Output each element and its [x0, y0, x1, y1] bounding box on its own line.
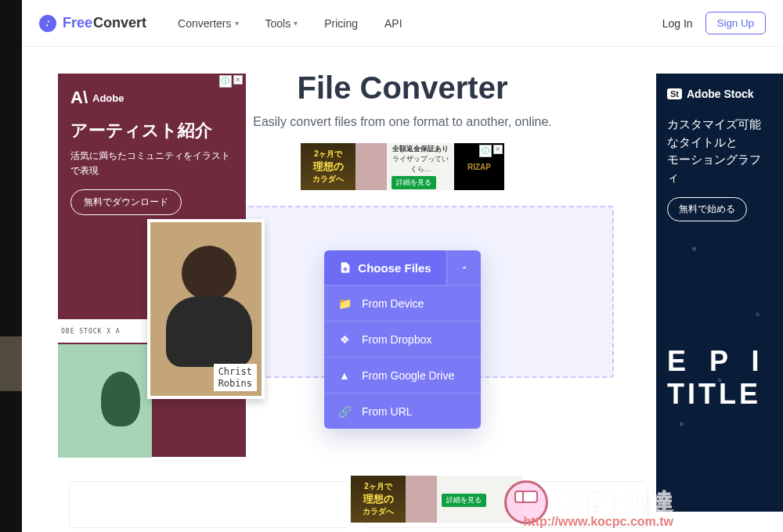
ad-left-strip: OBE STOCK X A — [58, 319, 152, 343]
nav-tools[interactable]: Tools▾ — [265, 17, 298, 30]
ad-info-icon[interactable]: ⓘ — [219, 75, 232, 88]
ad-left-sub: 活気に満ちたコミュニティをイラストで表現 — [70, 149, 233, 178]
adobe-stock-icon: St — [667, 88, 682, 99]
ad-left-title: アーティスト紹介 — [70, 119, 233, 142]
brand-free: Free — [63, 15, 92, 31]
file-add-icon — [339, 261, 352, 274]
ad-right-big-text: E P I TITLE — [667, 345, 767, 410]
folder-icon: 📁 — [338, 297, 351, 310]
brand-logo[interactable]: FreeConvert — [39, 15, 146, 32]
signup-button[interactable]: Sign Up — [705, 12, 766, 34]
nav-api[interactable]: API — [384, 17, 402, 30]
ad-left-cta[interactable]: 無料でダウンロード — [70, 189, 182, 215]
from-google-drive-item[interactable]: ▲ From Google Drive — [324, 357, 481, 393]
brand-logo-icon — [39, 15, 56, 32]
dropbox-icon: ❖ — [338, 333, 351, 346]
ad-right-brand: St Adobe Stock — [667, 88, 772, 100]
browser-chrome-strip — [0, 0, 22, 532]
ad-banner-top[interactable]: 2ヶ月で理想のカラダへ 全額返金保証あり ライザップっていくら… 詳細を見る R… — [301, 143, 504, 190]
from-url-item[interactable]: 🔗 From URL — [324, 393, 481, 429]
ad-left-brand: A\ Adobe — [70, 88, 233, 108]
ad-left-illustration — [58, 344, 152, 458]
ad-close-icon[interactable]: ✕ — [493, 145, 503, 154]
choose-files-button[interactable]: Choose Files — [324, 250, 446, 285]
ad-sidebar-right[interactable]: St Adobe Stock カスタマイズ可能なタイトルと モーショングラフィ … — [656, 74, 783, 512]
main-nav: Converters▾ Tools▾ Pricing API — [178, 17, 402, 30]
choose-files-toggle[interactable] — [446, 250, 481, 285]
link-icon: 🔗 — [338, 405, 351, 418]
from-dropbox-item[interactable]: ❖ From Dropbox — [324, 321, 481, 357]
ad-left-photo: ChristRobins — [147, 219, 265, 399]
ad-banner-text: 全額返金保証あり ライザップっていくら… 詳細を見る — [387, 143, 454, 190]
nav-converters[interactable]: Converters▾ — [178, 17, 238, 30]
from-device-item[interactable]: 📁 From Device — [324, 285, 481, 321]
ad-info-icon[interactable]: ⓘ — [479, 145, 492, 157]
ad-right-cta[interactable]: 無料で始める — [667, 197, 747, 221]
choose-files-menu: Choose Files 📁 From Device ❖ From Dropbo… — [324, 250, 481, 429]
nav-pricing[interactable]: Pricing — [324, 17, 358, 30]
site-header: FreeConvert Converters▾ Tools▾ Pricing A… — [22, 0, 783, 47]
ad-banner-cta[interactable]: 詳細を見る — [392, 176, 436, 189]
adobe-icon: A\ — [70, 88, 88, 108]
choose-files-list: 📁 From Device ❖ From Dropbox ▲ From Goog… — [324, 285, 481, 429]
ad-banner-left: 2ヶ月で理想のカラダへ — [301, 143, 355, 190]
content-card — [69, 481, 351, 528]
ad-left-photo-tag: ChristRobins — [214, 364, 257, 391]
auth-controls: Log In Sign Up — [662, 12, 766, 34]
ad-close-icon[interactable]: ✕ — [233, 75, 243, 84]
chevron-up-icon — [460, 263, 469, 272]
login-link[interactable]: Log In — [662, 17, 693, 30]
google-drive-icon: ▲ — [338, 369, 351, 382]
chevron-down-icon: ▾ — [235, 19, 239, 27]
brand-convert: Convert — [93, 15, 146, 31]
ad-right-text: カスタマイズ可能なタイトルと モーショングラフィ — [667, 116, 772, 186]
ad-banner-photo — [355, 143, 387, 190]
ad-banner-bottom[interactable]: 2ヶ月で理想のカラダへ 詳細を見る — [351, 476, 523, 523]
chevron-down-icon: ▾ — [294, 19, 298, 27]
